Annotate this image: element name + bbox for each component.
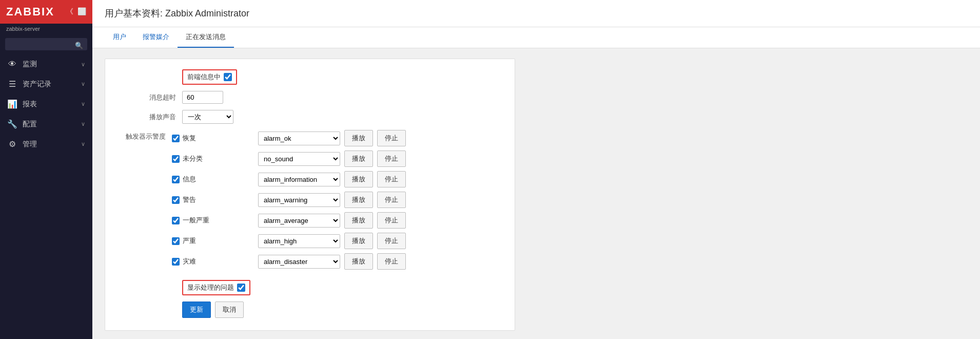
monitor-icon: 👁 [7,60,17,69]
collapse-icon[interactable]: 《 [66,7,73,16]
trigger-sound-select-disaster[interactable]: alarm_ok no_sound alarm_information alar… [258,255,340,269]
assets-icon: ☰ [7,79,17,89]
chevron-down-icon: ∨ [81,101,85,107]
trigger-label-unclassified: 未分类 [183,154,203,163]
sidebar-nav: 👁 监测 ∨ ☰ 资产记录 ∨ 📊 报表 ∨ 🔧 配置 ∨ [0,54,92,339]
play-sound-label: 播放声音 [121,112,182,122]
chevron-down-icon: ∨ [81,61,85,68]
stop-button-unclassified[interactable]: 停止 [377,150,406,167]
form-panel: 前端信息中 消息超时 60 播放声音 一次 循环 10秒 30秒 [105,59,515,331]
tab-user[interactable]: 用户 [105,27,134,48]
main-content: 用户基本资料: Zabbix Administrator 用户 报警媒介 正在发… [92,0,980,339]
play-button-high[interactable]: 播放 [344,233,373,249]
search-icon: 🔍 [75,42,83,49]
tab-sending[interactable]: 正在发送消息 [178,27,234,48]
play-button-average[interactable]: 播放 [344,212,373,229]
trigger-sound-select-average[interactable]: alarm_ok no_sound alarm_information alar… [258,214,340,228]
stop-button-average[interactable]: 停止 [377,212,406,229]
form-content: 前端信息中 消息超时 60 播放声音 一次 循环 10秒 30秒 [92,48,980,339]
play-sound-select[interactable]: 一次 循环 10秒 30秒 [182,110,233,124]
logo-text: ZABBIX [6,5,54,18]
show-processed-row: 显示处理的问题 [121,280,499,295]
trigger-label-warning: 警告 [183,195,196,204]
timeout-label: 消息超时 [121,93,182,102]
play-button-unclassified[interactable]: 播放 [344,150,373,167]
trigger-sound-select-recover[interactable]: alarm_ok no_sound alarm_information alar… [258,131,340,145]
show-processed-label: 显示处理的问题 [187,283,234,292]
trigger-severity-row: 触发器示警度 恢复 alarm_ok no_sound alarm_inform… [121,130,499,274]
trigger-label-recover: 恢复 [183,134,196,143]
trigger-row-unclassified: 未分类 alarm_ok no_sound alarm_information … [172,150,406,167]
timeout-row: 消息超时 60 [121,91,499,104]
trigger-checkbox-unclassified[interactable] [172,155,180,163]
sidebar-item-label: 资产记录 [23,80,51,89]
page-title: 用户基本资料: Zabbix Administrator [105,8,249,18]
stop-button-info[interactable]: 停止 [377,171,406,187]
frontend-info-checkbox-group: 前端信息中 [182,69,237,85]
trigger-sound-select-unclassified[interactable]: alarm_ok no_sound alarm_information alar… [258,152,340,166]
trigger-checkbox-disaster[interactable] [172,258,180,266]
trigger-sound-select-high[interactable]: alarm_ok no_sound alarm_information alar… [258,234,340,248]
trigger-row-average: 一般严重 alarm_ok no_sound alarm_information… [172,212,406,229]
trigger-severity-label: 触发器示警度 [121,130,172,141]
sidebar-item-monitor[interactable]: 👁 监测 ∨ [0,54,92,74]
frontend-info-row: 前端信息中 [121,69,499,85]
trigger-label-info: 信息 [183,175,196,184]
reports-icon: 📊 [7,99,17,109]
config-icon: 🔧 [7,119,17,129]
show-processed-checkbox-group: 显示处理的问题 [182,280,250,295]
stop-button-recover[interactable]: 停止 [377,130,406,146]
sidebar-item-manage[interactable]: ⚙ 管理 ∨ [0,134,92,154]
sidebar-item-label: 配置 [23,120,37,129]
play-button-disaster[interactable]: 播放 [344,253,373,270]
play-button-warning[interactable]: 播放 [344,192,373,208]
play-button-info[interactable]: 播放 [344,171,373,187]
frontend-info-label: 前端信息中 [187,72,221,82]
trigger-row-high: 严重 alarm_ok no_sound alarm_information a… [172,233,406,249]
timeout-input[interactable]: 60 [182,91,223,104]
show-processed-checkbox[interactable] [237,284,245,292]
trigger-row-disaster: 灾难 alarm_ok no_sound alarm_information a… [172,253,406,270]
trigger-rows-container: 恢复 alarm_ok no_sound alarm_information a… [172,130,406,274]
stop-button-warning[interactable]: 停止 [377,192,406,208]
update-button[interactable]: 更新 [182,302,211,318]
chevron-down-icon: ∨ [81,81,85,87]
trigger-checkbox-recover[interactable] [172,135,180,142]
sidebar-item-config[interactable]: 🔧 配置 ∨ [0,114,92,134]
trigger-checkbox-info[interactable] [172,176,180,183]
logo-icons: 《 ⬜ [66,7,86,16]
play-button-recover[interactable]: 播放 [344,130,373,146]
trigger-sound-select-warning[interactable]: alarm_ok no_sound alarm_information alar… [258,193,340,207]
sidebar-item-assets[interactable]: ☰ 资产记录 ∨ [0,74,92,94]
sidebar: ZABBIX 《 ⬜ zabbix-server 🔍 👁 监测 ∨ ☰ 资产记录… [0,0,92,339]
chevron-down-icon: ∨ [81,121,85,127]
trigger-sound-select-info[interactable]: alarm_ok no_sound alarm_information alar… [258,173,340,186]
trigger-row-warning: 警告 alarm_ok no_sound alarm_information a… [172,192,406,208]
trigger-checkbox-warning[interactable] [172,196,180,204]
search-area: 🔍 [0,36,92,54]
trigger-row-recover: 恢复 alarm_ok no_sound alarm_information a… [172,130,406,146]
tab-media[interactable]: 报警媒介 [134,27,178,48]
trigger-row-info: 信息 alarm_ok no_sound alarm_information a… [172,171,406,187]
sidebar-item-label: 管理 [23,140,37,149]
sidebar-item-label: 报表 [23,100,37,109]
expand-icon[interactable]: ⬜ [77,7,86,16]
frontend-info-checkbox[interactable] [224,73,232,81]
trigger-checkbox-high[interactable] [172,237,180,245]
stop-button-disaster[interactable]: 停止 [377,253,406,270]
sidebar-item-reports[interactable]: 📊 报表 ∨ [0,94,92,114]
play-sound-row: 播放声音 一次 循环 10秒 30秒 [121,110,499,124]
trigger-checkbox-average[interactable] [172,217,180,224]
sidebar-logo-area: ZABBIX 《 ⬜ [0,0,92,24]
server-name: zabbix-server [0,24,92,36]
chevron-down-icon: ∨ [81,141,85,147]
tab-bar: 用户 报警媒介 正在发送消息 [92,27,980,48]
sidebar-item-label: 监测 [23,60,37,69]
action-buttons: 更新 取消 [182,302,499,318]
trigger-label-disaster: 灾难 [183,257,196,266]
stop-button-high[interactable]: 停止 [377,233,406,249]
page-header: 用户基本资料: Zabbix Administrator [92,0,980,27]
trigger-label-average: 一般严重 [183,216,209,225]
manage-icon: ⚙ [7,139,17,149]
cancel-button[interactable]: 取消 [215,302,244,318]
